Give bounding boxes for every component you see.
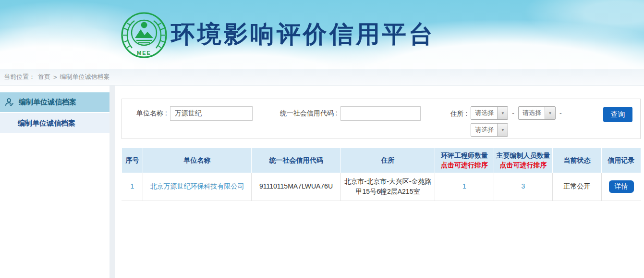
- dropdown-arrow-icon[interactable]: ▼: [545, 107, 555, 119]
- cell-credit-code: 91110115MA7LWUA76U: [252, 173, 341, 201]
- address-line-2: 甲15号6幢2层A215室: [343, 187, 433, 197]
- address-combo-row-2: 请选择 ▼: [471, 123, 561, 137]
- sort-hint-staff: 点击可进行排序: [495, 160, 551, 170]
- dropdown-arrow-icon[interactable]: ▼: [497, 107, 508, 119]
- address-group: 住所 : 请选择 ▼ - 请选择 ▼ -: [450, 106, 562, 137]
- sidebar-item-label: 编制单位诚信档案: [19, 98, 76, 107]
- credit-code-group: 统一社会信用代码 :: [280, 106, 421, 121]
- col-header-status: 当前状态: [553, 148, 602, 173]
- col-header-company: 单位名称: [143, 148, 252, 173]
- sidebar-divider: [109, 86, 115, 278]
- sidebar-item-credit-archive[interactable]: 编制单位诚信档案: [0, 92, 109, 112]
- table-header: 序号 单位名称 统一社会信用代码 住所 环评工程师数量 点击可进行排序 主要编制…: [122, 148, 641, 173]
- unit-name-input[interactable]: [170, 106, 253, 121]
- results-table: 序号 单位名称 统一社会信用代码 住所 环评工程师数量 点击可进行排序 主要编制…: [122, 148, 641, 201]
- col-header-engineer-count[interactable]: 环评工程师数量 点击可进行排序: [435, 148, 494, 173]
- query-button[interactable]: 查询: [603, 107, 632, 122]
- unit-name-group: 单位名称 :: [136, 106, 253, 121]
- sidebar-subitem-label: 编制单位诚信档案: [18, 119, 75, 128]
- cell-engineer-count: 1: [435, 173, 494, 201]
- address-combo-row-1: 请选择 ▼ - 请选择 ▼ -: [471, 106, 561, 120]
- credit-code-input[interactable]: [340, 106, 421, 121]
- address-district-select[interactable]: 请选择 ▼: [471, 123, 508, 137]
- breadcrumb: 当前位置： 首页 > 编制单位诚信档案: [0, 69, 644, 86]
- address-combo-rows: 请选择 ▼ - 请选择 ▼ - 请选择: [471, 106, 561, 137]
- engineer-count-link[interactable]: 1: [462, 182, 466, 190]
- site-header: MEE 环境影响评价信用平台: [0, 0, 644, 69]
- cell-status: 正常公开: [553, 173, 602, 201]
- unit-name-label: 单位名称 :: [136, 109, 167, 118]
- breadcrumb-home-link[interactable]: 首页: [38, 73, 50, 81]
- col-header-address: 住所: [341, 148, 435, 173]
- cell-credit-record: 详情: [602, 173, 641, 201]
- address-province-select[interactable]: 请选择 ▼: [471, 106, 508, 120]
- address-separator: -: [512, 109, 514, 117]
- col-header-staff-count[interactable]: 主要编制人员数量 点击可进行排序: [494, 148, 553, 173]
- col-header-index: 序号: [122, 148, 143, 173]
- site-title: 环境影响评价信用平台: [171, 18, 435, 51]
- main-content: 单位名称 : 统一社会信用代码 : 住所 : 请选择 ▼: [115, 86, 644, 278]
- address-label: 住所 :: [450, 110, 468, 118]
- sidebar-subitem-credit-archive[interactable]: 编制单位诚信档案: [0, 113, 109, 133]
- address-separator-2: -: [559, 109, 562, 117]
- search-panel: 单位名称 : 统一社会信用代码 : 住所 : 请选择 ▼: [122, 99, 641, 139]
- dropdown-arrow-icon[interactable]: ▼: [497, 124, 508, 136]
- staff-count-link[interactable]: 3: [522, 182, 525, 190]
- address-district-value: 请选择: [471, 124, 497, 136]
- cell-address: 北京市-北京市-大兴区-金苑路 甲15号6幢2层A215室: [341, 173, 435, 201]
- page: MEE 环境影响评价信用平台 当前位置： 首页 > 编制单位诚信档案 编制单位诚…: [0, 0, 644, 278]
- credit-code-label: 统一社会信用代码 :: [280, 109, 338, 118]
- breadcrumb-prefix: 当前位置：: [4, 73, 35, 81]
- brand: MEE 环境影响评价信用平台: [120, 10, 435, 59]
- col-header-credit-code: 统一社会信用代码: [252, 148, 341, 173]
- sidebar: 编制单位诚信档案 编制单位诚信档案: [0, 86, 109, 278]
- body-wrap: 编制单位诚信档案 编制单位诚信档案 单位名称 : 统一社会信用代码 :: [0, 86, 644, 278]
- address-province-value: 请选择: [471, 107, 497, 119]
- address-city-value: 请选择: [519, 107, 545, 119]
- cell-company: 北京万源世纪环保科技有限公司: [143, 173, 252, 201]
- mee-logo-text: MEE: [137, 50, 151, 56]
- sort-hint-engineer: 点击可进行排序: [436, 160, 493, 170]
- company-link[interactable]: 北京万源世纪环保科技有限公司: [150, 182, 244, 190]
- breadcrumb-current: 编制单位诚信档案: [60, 73, 110, 81]
- detail-button[interactable]: 详情: [609, 180, 634, 193]
- cell-staff-count: 3: [494, 173, 553, 201]
- breadcrumb-separator: >: [53, 74, 57, 81]
- col-header-credit-record: 信用记录: [602, 148, 641, 173]
- address-line-1: 北京市-北京市-大兴区-金苑路: [343, 177, 433, 187]
- mee-logo-icon: MEE: [120, 11, 168, 59]
- address-city-select[interactable]: 请选择 ▼: [518, 106, 556, 120]
- table-row: 1 北京万源世纪环保科技有限公司 91110115MA7LWUA76U 北京市-…: [122, 173, 641, 201]
- user-check-icon: [4, 97, 14, 107]
- cell-index: 1: [122, 173, 143, 201]
